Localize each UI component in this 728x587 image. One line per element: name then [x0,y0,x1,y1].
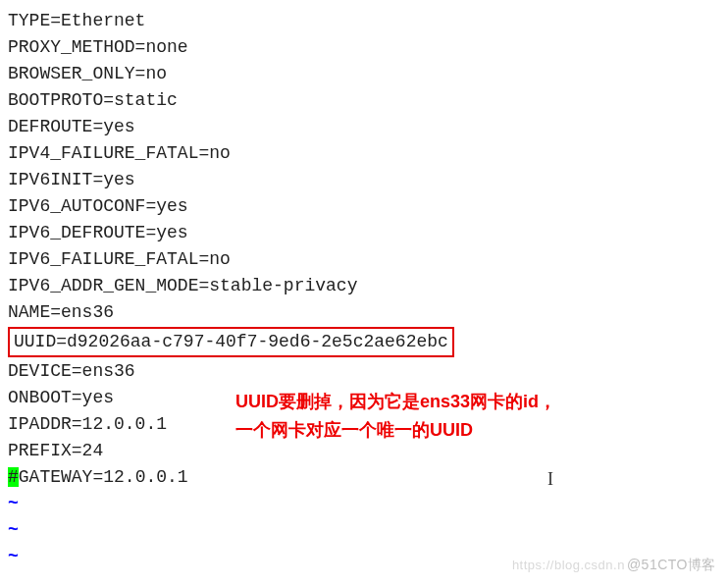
config-line: BROWSER_ONLY=no [8,61,720,87]
editor-content[interactable]: TYPE=Ethernet PROXY_METHOD=none BROWSER_… [8,8,720,570]
gateway-text: GATEWAY=12.0.0.1 [19,467,188,487]
annotation-line1: UUID要删掉，因为它是ens33网卡的id， [235,388,556,416]
config-line: IPV6_DEFROUTE=yes [8,220,720,246]
watermark: https://blog.csdn.n@51CTO博客 [512,555,716,575]
config-line: DEFROUTE=yes [8,114,720,140]
config-line: IPV6_AUTOCONF=yes [8,193,720,220]
watermark-left: https://blog.csdn.n [512,558,625,572]
config-line: IPV4_FAILURE_FATAL=no [8,140,720,167]
annotation-line2: 一个网卡对应一个唯一的UUID [235,416,556,445]
watermark-right: @51CTO博客 [627,557,716,572]
empty-line-tilde: ~ [8,517,720,544]
config-line: IPV6_ADDR_GEN_MODE=stable-privacy [8,273,720,299]
config-line: NAME=ens36 [8,299,720,326]
config-line: DEVICE=ens36 [8,358,720,385]
config-line: IPV6_FAILURE_FATAL=no [8,246,720,273]
config-line: BOOTPROTO=static [8,87,720,114]
empty-line-tilde: ~ [8,491,720,517]
config-line: TYPE=Ethernet [8,8,720,34]
cursor-position: # [8,467,19,487]
uuid-highlighted-line: UUID=d92026aa-c797-40f7-9ed6-2e5c2ae62eb… [8,327,454,357]
config-line: PROXY_METHOD=none [8,34,720,61]
config-line: IPV6INIT=yes [8,167,720,193]
gateway-line: #GATEWAY=12.0.0.1 [8,464,720,491]
annotation-text: UUID要删掉，因为它是ens33网卡的id， 一个网卡对应一个唯一的UUID [235,388,556,445]
text-cursor-icon: I [547,466,553,493]
